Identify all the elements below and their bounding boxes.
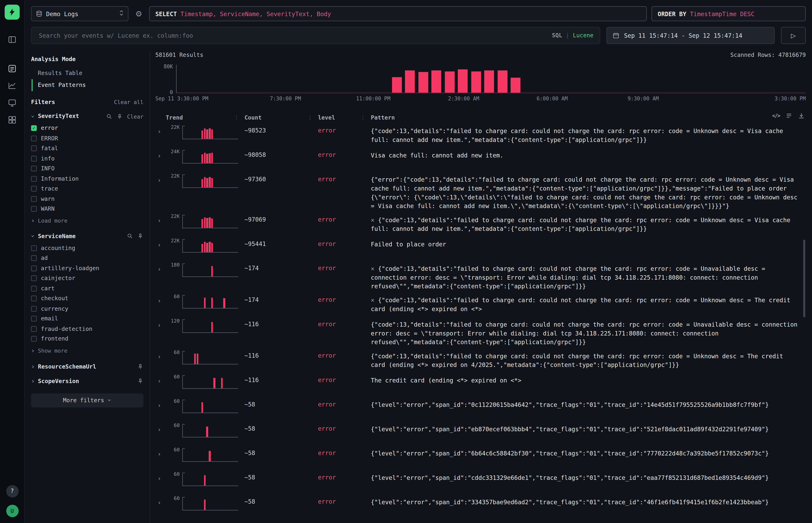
- histogram-bar[interactable]: [458, 69, 468, 93]
- expand-row-button[interactable]: ›: [155, 474, 163, 483]
- resource-schema-url-group[interactable]: › ResourceSchemaUrl: [31, 363, 143, 370]
- checkbox[interactable]: [31, 176, 37, 181]
- row-density-icon[interactable]: [785, 112, 792, 119]
- checkbox[interactable]: [31, 255, 37, 261]
- checkbox[interactable]: [31, 186, 37, 192]
- filter-option[interactable]: ad: [31, 253, 143, 263]
- checkbox[interactable]: [31, 336, 37, 342]
- expand-row-button[interactable]: ›: [155, 320, 163, 330]
- search-icon[interactable]: [127, 233, 133, 239]
- severity-load-more[interactable]: › Load more: [31, 215, 143, 226]
- pattern-text[interactable]: ×{"code":13,"details":"failed to charge …: [371, 215, 806, 233]
- expand-row-button[interactable]: ›: [155, 498, 163, 507]
- service-show-more[interactable]: › Show more: [31, 345, 143, 355]
- order-by-input[interactable]: ORDER BY TimestampTime DESC: [651, 6, 806, 21]
- logs-icon[interactable]: [7, 63, 17, 73]
- checkbox[interactable]: [31, 156, 37, 161]
- pattern-text[interactable]: {"level":"error","span_id":"6b64c6c58842…: [371, 448, 806, 458]
- histogram-bar[interactable]: [471, 72, 481, 92]
- expand-row-button[interactable]: ›: [155, 127, 163, 136]
- view-code-icon[interactable]: </>: [772, 113, 780, 119]
- filter-option[interactable]: fatal: [31, 143, 143, 154]
- column-drag-handle[interactable]: ⋮: [233, 114, 239, 121]
- scrollbar-thumb[interactable]: [803, 240, 805, 317]
- column-header-count[interactable]: Count: [244, 114, 262, 121]
- checkbox[interactable]: [31, 136, 37, 141]
- pattern-text[interactable]: ×{"code":13,"details":"failed to charge …: [371, 295, 806, 314]
- filter-option[interactable]: cart: [31, 284, 143, 293]
- severity-clear-button[interactable]: Clear: [127, 113, 143, 119]
- pin-icon[interactable]: [117, 113, 123, 119]
- checkbox[interactable]: [31, 296, 37, 302]
- checkbox[interactable]: [31, 166, 37, 172]
- dashboards-icon[interactable]: [7, 114, 17, 125]
- column-drag-handle[interactable]: ⋮: [360, 114, 366, 121]
- checkbox[interactable]: [31, 286, 37, 291]
- pin-icon[interactable]: [137, 378, 143, 384]
- monitor-icon[interactable]: [7, 97, 17, 108]
- help-button[interactable]: ?: [6, 485, 19, 498]
- severity-group-header[interactable]: › SeverityText Clear: [31, 113, 143, 120]
- expand-row-button[interactable]: ›: [155, 401, 163, 410]
- filter-option[interactable]: warn: [31, 194, 143, 204]
- filter-option[interactable]: cainjector: [31, 273, 143, 284]
- hyperdx-logo-icon[interactable]: [5, 5, 20, 20]
- pin-icon[interactable]: [137, 363, 143, 369]
- expand-row-button[interactable]: ›: [155, 296, 163, 305]
- pattern-text[interactable]: {"level":"error","span_id":"cddc331329e6…: [371, 473, 806, 483]
- service-group-header[interactable]: › ServiceName: [31, 233, 143, 239]
- checkbox[interactable]: [31, 266, 37, 271]
- sql-mode-button[interactable]: SQL: [552, 32, 562, 39]
- search-icon[interactable]: [106, 113, 112, 119]
- sidebar-toggle-icon[interactable]: [7, 34, 17, 44]
- mode-event-patterns[interactable]: Event Patterns: [32, 79, 144, 91]
- filter-option[interactable]: WARN: [31, 204, 143, 214]
- filter-option[interactable]: fraud-detection: [31, 324, 143, 334]
- filter-option[interactable]: currency: [31, 304, 143, 314]
- pattern-text[interactable]: The credit card (ending <*> expired on <…: [371, 375, 806, 385]
- pattern-text[interactable]: {"level":"error","span_id":"334357bae9ed…: [371, 497, 806, 507]
- scope-version-group[interactable]: › ScopeVersion: [31, 378, 143, 384]
- clear-all-filters-button[interactable]: Clear all: [114, 99, 143, 105]
- checkbox[interactable]: [31, 206, 37, 212]
- expand-row-button[interactable]: ›: [155, 449, 163, 459]
- checkbox[interactable]: [31, 326, 37, 332]
- expand-row-button[interactable]: ›: [155, 216, 163, 225]
- time-range-picker[interactable]: Sep 11 15:47:14 - Sep 12 15:47:14: [606, 27, 775, 44]
- source-settings-button[interactable]: ⚙: [133, 8, 144, 19]
- filter-option[interactable]: ERROR: [31, 133, 143, 143]
- user-avatar[interactable]: U: [6, 504, 19, 517]
- checkbox[interactable]: [31, 146, 37, 151]
- checkbox[interactable]: [31, 316, 37, 322]
- expand-row-button[interactable]: ›: [155, 151, 163, 161]
- run-query-button[interactable]: ▷: [781, 27, 806, 44]
- histogram-bar[interactable]: [444, 72, 454, 92]
- filter-option[interactable]: trace: [31, 184, 143, 194]
- pattern-text[interactable]: Visa cache full: cannot add new item.: [371, 150, 806, 160]
- column-header-pattern[interactable]: Pattern: [371, 114, 395, 121]
- expand-row-button[interactable]: ›: [155, 425, 163, 434]
- exclude-icon[interactable]: ×: [371, 296, 374, 304]
- pattern-text[interactable]: {"error":{"code":13,"details":"failed to…: [371, 175, 806, 211]
- pattern-text[interactable]: Failed to place order: [371, 239, 806, 249]
- pattern-text[interactable]: {"code":13,"details":"failed to charge c…: [371, 126, 806, 144]
- exclude-icon[interactable]: ×: [371, 265, 374, 272]
- pattern-text[interactable]: {"code":13,"details":"failed to charge c…: [371, 351, 806, 369]
- histogram-bar[interactable]: [431, 71, 441, 92]
- filter-option[interactable]: Information: [31, 174, 143, 184]
- column-drag-handle[interactable]: ⋮: [307, 114, 313, 121]
- more-filters-button[interactable]: More filters ›: [31, 393, 143, 407]
- search-box[interactable]: SQL | Lucene: [31, 27, 600, 44]
- histogram-bar[interactable]: [392, 77, 402, 93]
- histogram-bar[interactable]: [511, 78, 520, 92]
- pattern-text[interactable]: ×{"code":13,"details":"failed to charge …: [371, 264, 806, 291]
- filter-option[interactable]: frontend: [31, 334, 143, 344]
- checkbox[interactable]: [31, 196, 37, 202]
- pattern-text[interactable]: {"level":"error","span_id":"eb870ecef063…: [371, 424, 806, 434]
- filter-option[interactable]: artillery-loadgen: [31, 263, 143, 273]
- pattern-text[interactable]: {"level":"error","span_id":"0c11220615ba…: [371, 400, 806, 410]
- histogram-bar[interactable]: [498, 70, 508, 92]
- histogram-bar[interactable]: [418, 72, 428, 92]
- expand-row-button[interactable]: ›: [155, 175, 163, 185]
- checkbox[interactable]: [31, 276, 37, 281]
